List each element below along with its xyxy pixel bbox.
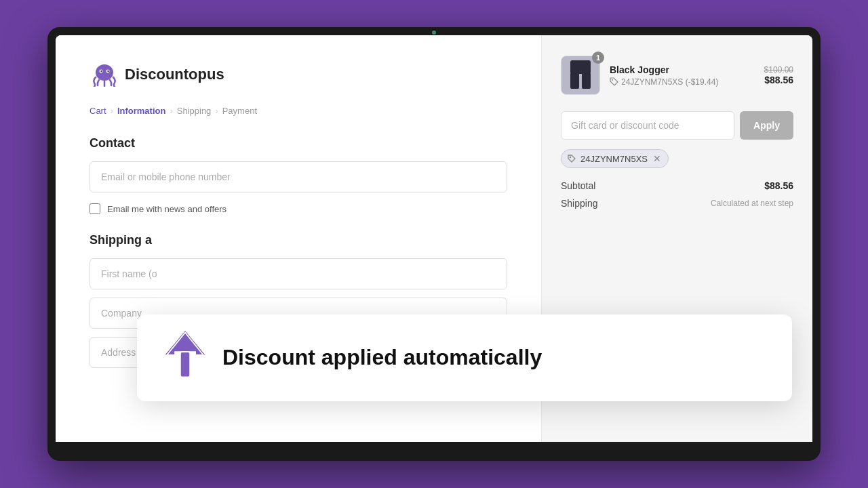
product-name: Black Jogger xyxy=(610,64,755,75)
product-variant: 24JZYNM7N5XS (-$19.44) xyxy=(610,77,755,87)
first-name-field[interactable] xyxy=(90,258,507,289)
discount-tag-icon xyxy=(567,154,576,163)
breadcrumb-information[interactable]: Information xyxy=(117,106,166,116)
breadcrumb-cart[interactable]: Cart xyxy=(90,106,106,116)
breadcrumb-sep1: › xyxy=(111,106,113,116)
product-image-wrap: 1 xyxy=(561,56,600,95)
laptop-screen: Discountopus Cart › Information › Shippi… xyxy=(56,35,812,442)
svg-point-9 xyxy=(570,157,571,158)
svg-rect-5 xyxy=(570,60,591,74)
tag-icon xyxy=(610,77,618,86)
svg-point-8 xyxy=(612,79,613,81)
breadcrumb-shipping[interactable]: Shipping xyxy=(177,106,212,116)
product-badge: 1 xyxy=(592,52,604,64)
breadcrumb-sep2: › xyxy=(170,106,172,116)
discount-code-input[interactable] xyxy=(561,111,734,140)
laptop-frame: Discountopus Cart › Information › Shippi… xyxy=(47,27,821,461)
camera-dot xyxy=(432,30,436,35)
discount-row: Apply xyxy=(561,111,793,140)
svg-rect-10 xyxy=(180,352,190,377)
shipping-heading: Shipping a xyxy=(90,233,507,247)
breadcrumb-sep3: › xyxy=(215,106,218,116)
overlay-message: Discount applied automatically xyxy=(222,346,542,369)
contact-heading: Contact xyxy=(90,136,507,150)
breadcrumb-payment[interactable]: Payment xyxy=(222,106,257,116)
svg-rect-7 xyxy=(582,73,591,89)
applied-code: 24JZYNM7N5XS xyxy=(580,154,648,164)
svg-point-3 xyxy=(100,70,102,72)
newsletter-label: Email me with news and offers xyxy=(107,204,226,214)
svg-point-4 xyxy=(107,70,108,72)
svg-rect-6 xyxy=(570,73,579,89)
discount-tag: 24JZYNM7N5XS ✕ xyxy=(561,149,669,168)
newsletter-checkbox[interactable] xyxy=(90,203,100,214)
breadcrumb: Cart › Information › Shipping › Payment xyxy=(90,106,507,116)
tooltip-arrow xyxy=(161,331,209,385)
shipping-row: Shipping Calculated at next step xyxy=(561,198,793,209)
arrow-up-icon xyxy=(161,331,209,385)
product-illustration xyxy=(567,59,594,92)
subtotal-label: Subtotal xyxy=(561,180,595,191)
email-field[interactable] xyxy=(90,161,507,192)
logo[interactable]: Discountopus xyxy=(90,62,507,87)
newsletter-row: Email me with news and offers xyxy=(90,203,507,214)
remove-discount-button[interactable]: ✕ xyxy=(653,153,661,164)
subtotal-row: Subtotal $88.56 xyxy=(561,180,793,191)
apply-button[interactable]: Apply xyxy=(740,111,793,140)
shipping-label: Shipping xyxy=(561,198,598,209)
product-row: 1 Black Jogger 24JZYNM7N5XS (-$19.44) xyxy=(561,56,793,95)
product-price-col: $100.00 $88.56 xyxy=(764,65,793,85)
product-original-price: $100.00 xyxy=(764,65,793,75)
svg-point-0 xyxy=(96,64,113,81)
variant-text: 24JZYNM7N5XS (-$19.44) xyxy=(621,77,718,87)
logo-text: Discountopus xyxy=(125,66,224,83)
shipping-note: Calculated at next step xyxy=(711,199,793,208)
product-info: Black Jogger 24JZYNM7N5XS (-$19.44) xyxy=(610,64,755,87)
subtotal-amount: $88.56 xyxy=(764,180,793,191)
product-price: $88.56 xyxy=(764,75,793,85)
logo-icon xyxy=(90,62,119,87)
logo-area: Discountopus xyxy=(90,62,507,87)
overlay-tooltip: Discount applied automatically xyxy=(137,314,792,401)
